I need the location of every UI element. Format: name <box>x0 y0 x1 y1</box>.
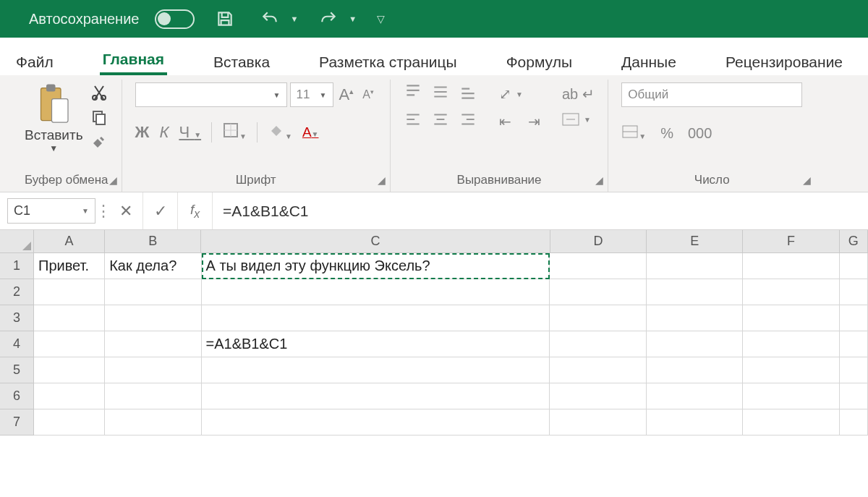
cell-F5[interactable] <box>743 357 839 383</box>
cell-A5[interactable] <box>34 357 105 383</box>
cell-A1[interactable]: Привет. <box>34 253 105 279</box>
enter-button[interactable]: ✓ <box>143 192 178 229</box>
cell-B5[interactable] <box>105 357 201 383</box>
cell-E7[interactable] <box>647 409 743 436</box>
accounting-format-icon[interactable]: ▼ <box>621 124 646 143</box>
increase-font-icon[interactable]: A▴ <box>336 85 357 104</box>
cell-D1[interactable] <box>550 253 646 279</box>
col-header-A[interactable]: A <box>34 230 105 253</box>
cell-C6[interactable] <box>202 383 550 409</box>
cell-F3[interactable] <box>743 305 839 331</box>
cell-F7[interactable] <box>743 409 839 436</box>
cell-B4[interactable] <box>105 331 201 357</box>
qat-customize-icon[interactable]: ▽ <box>377 13 385 25</box>
select-all-corner[interactable] <box>0 230 34 253</box>
orientation-icon[interactable]: ⤢ ▼ <box>499 85 540 103</box>
tab-data[interactable]: Данные <box>618 54 679 75</box>
redo-icon[interactable] <box>314 4 343 33</box>
cell-D6[interactable] <box>550 383 646 409</box>
decrease-font-icon[interactable]: A▾ <box>359 88 377 101</box>
cell-A3[interactable] <box>34 305 105 331</box>
tab-layout[interactable]: Разметка страницы <box>316 54 460 75</box>
comma-style-button[interactable]: 000 <box>688 125 712 142</box>
cell-B2[interactable] <box>105 279 201 305</box>
cell-D3[interactable] <box>550 305 646 331</box>
name-box[interactable]: C1 ▼ <box>7 198 95 224</box>
cell-C5[interactable] <box>202 357 550 383</box>
tab-home[interactable]: Главная <box>100 51 167 75</box>
font-name-combo[interactable]: ▼ <box>135 82 287 107</box>
cell-B7[interactable] <box>105 409 201 436</box>
cell-D2[interactable] <box>550 279 646 305</box>
bold-button[interactable]: Ж <box>135 123 150 142</box>
cell-C4[interactable]: =A1&B1&C1 <box>202 331 550 357</box>
cell-B6[interactable] <box>105 383 201 409</box>
row-header-3[interactable]: 3 <box>0 305 34 331</box>
cell-D7[interactable] <box>550 409 646 436</box>
increase-indent-icon[interactable]: ⇥ <box>528 113 540 130</box>
row-header-2[interactable]: 2 <box>0 279 34 305</box>
merge-button[interactable]: ▼ <box>562 113 595 126</box>
align-top-icon[interactable] <box>404 82 428 107</box>
redo-dropdown-icon[interactable]: ▼ <box>349 14 357 23</box>
decrease-indent-icon[interactable]: ⇤ <box>499 113 511 130</box>
font-size-combo[interactable]: 11▼ <box>290 82 333 107</box>
copy-icon[interactable] <box>90 109 108 126</box>
row-header-4[interactable]: 4 <box>0 331 34 357</box>
insert-function-button[interactable]: fx <box>178 192 213 229</box>
dialog-launcher-icon[interactable]: ◢ <box>803 174 811 186</box>
row-header-1[interactable]: 1 <box>0 253 34 279</box>
wrap-text-button[interactable]: ab↵ <box>562 85 595 103</box>
row-header-7[interactable]: 7 <box>0 409 34 436</box>
align-center-icon[interactable] <box>431 110 456 135</box>
cell-G5[interactable] <box>840 357 868 383</box>
paste-button[interactable]: Вставить ▼ <box>25 82 83 153</box>
cell-E4[interactable] <box>647 331 743 357</box>
tab-review[interactable]: Рецензирование <box>723 54 846 75</box>
cell-D4[interactable] <box>550 331 646 357</box>
cell-E3[interactable] <box>647 305 743 331</box>
format-painter-icon[interactable] <box>90 133 108 150</box>
col-header-F[interactable]: F <box>743 230 839 253</box>
cell-F2[interactable] <box>743 279 839 305</box>
cell-A7[interactable] <box>34 409 105 436</box>
tab-file[interactable]: Файл <box>13 54 56 75</box>
align-right-icon[interactable] <box>459 110 483 135</box>
cell-E1[interactable] <box>647 253 743 279</box>
dialog-launcher-icon[interactable]: ◢ <box>595 174 603 186</box>
align-left-icon[interactable] <box>404 110 428 135</box>
undo-dropdown-icon[interactable]: ▼ <box>290 14 298 23</box>
cell-G1[interactable] <box>840 253 868 279</box>
tab-insert[interactable]: Вставка <box>210 54 273 75</box>
cancel-button[interactable]: ✕ <box>109 192 143 229</box>
cell-E2[interactable] <box>647 279 743 305</box>
italic-button[interactable]: К <box>159 123 169 142</box>
cell-F6[interactable] <box>743 383 839 409</box>
formula-bar[interactable]: =A1&B1&C1 <box>213 192 868 229</box>
cut-icon[interactable] <box>90 84 108 101</box>
cell-G7[interactable] <box>840 409 868 436</box>
cell-C7[interactable] <box>202 409 550 436</box>
cell-G4[interactable] <box>840 331 868 357</box>
cell-D5[interactable] <box>550 357 646 383</box>
cell-C1[interactable]: А ты видел эту функцию Эксель? <box>202 253 550 279</box>
col-header-B[interactable]: B <box>105 230 201 253</box>
cell-G6[interactable] <box>840 383 868 409</box>
font-color-icon[interactable]: A▼ <box>302 124 319 140</box>
col-header-D[interactable]: D <box>550 230 647 253</box>
row-header-5[interactable]: 5 <box>0 357 34 383</box>
cell-G2[interactable] <box>840 279 868 305</box>
dialog-launcher-icon[interactable]: ◢ <box>109 174 117 186</box>
borders-icon[interactable]: ▼ <box>222 122 247 143</box>
cell-B1[interactable]: Как дела? <box>105 253 201 279</box>
col-header-E[interactable]: E <box>647 230 743 253</box>
row-header-6[interactable]: 6 <box>0 383 34 409</box>
cell-A4[interactable] <box>34 331 105 357</box>
cell-F1[interactable] <box>743 253 839 279</box>
cell-E5[interactable] <box>647 357 743 383</box>
cell-A6[interactable] <box>34 383 105 409</box>
dialog-launcher-icon[interactable]: ◢ <box>378 174 386 186</box>
tab-formulas[interactable]: Формулы <box>503 54 575 75</box>
undo-icon[interactable] <box>255 4 284 33</box>
col-header-G[interactable]: G <box>840 230 868 253</box>
